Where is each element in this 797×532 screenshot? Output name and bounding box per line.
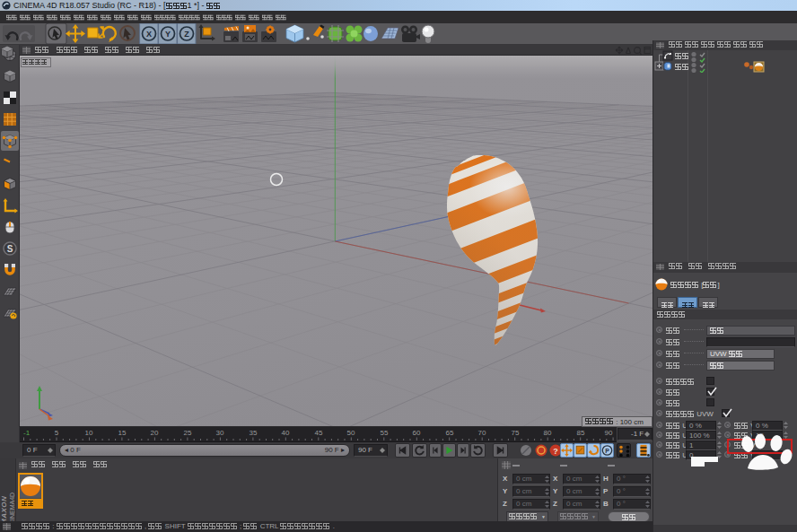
svg-text:15: 15: [118, 429, 127, 437]
svg-text:X: X: [146, 30, 152, 39]
svg-text:25: 25: [184, 429, 192, 437]
svg-text:30: 30: [216, 429, 224, 437]
svg-text:55: 55: [381, 429, 389, 437]
svg-text:75: 75: [512, 429, 520, 437]
svg-text:50: 50: [347, 429, 355, 437]
svg-text:Y: Y: [165, 30, 171, 39]
svg-text:45: 45: [315, 429, 323, 437]
svg-text:10: 10: [85, 429, 93, 437]
svg-text:S: S: [7, 244, 13, 254]
svg-text:-1: -1: [23, 429, 31, 437]
svg-text:60: 60: [413, 429, 421, 437]
svg-text:P: P: [605, 448, 609, 454]
svg-text:70: 70: [478, 429, 486, 437]
svg-text:35: 35: [250, 429, 258, 437]
svg-text:5: 5: [55, 429, 59, 437]
svg-text:20: 20: [151, 429, 159, 437]
svg-text:90: 90: [605, 429, 613, 437]
svg-text:40: 40: [282, 429, 290, 437]
svg-text:85: 85: [577, 429, 585, 437]
svg-text:65: 65: [446, 429, 454, 437]
svg-text:Z: Z: [184, 30, 189, 39]
svg-text:80: 80: [544, 429, 552, 437]
svg-text:?: ?: [553, 447, 558, 456]
